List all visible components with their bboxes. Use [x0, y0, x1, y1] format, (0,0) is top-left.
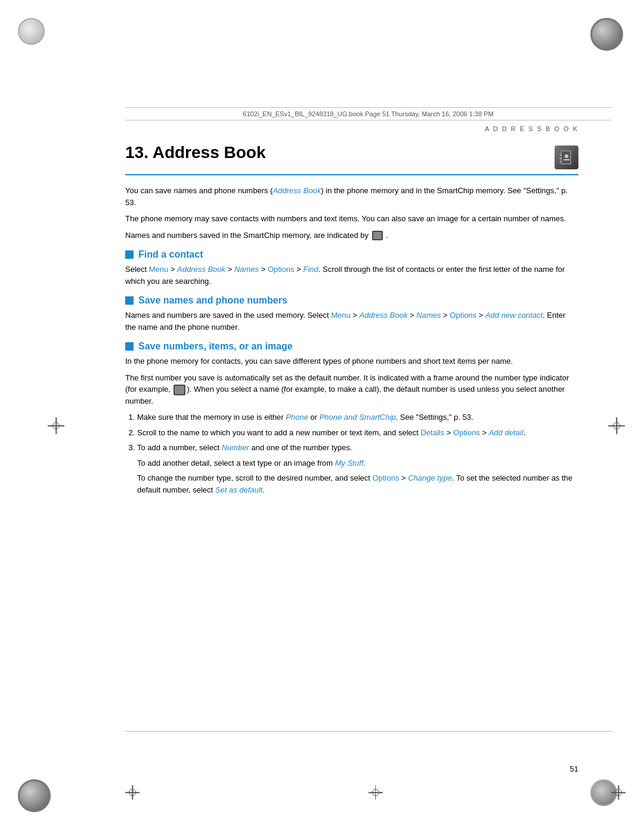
save-names-body: Names and numbers are saved in the used …: [125, 309, 578, 333]
sub-item-1: To add another detail, select a text typ…: [137, 457, 578, 469]
page: 6102i_EN_ESv1_BIL_9248318_UG.book Page 5…: [0, 0, 644, 833]
section-square-icon-3: [125, 342, 134, 351]
menu-link-1: Menu: [149, 265, 169, 274]
section-save-names-heading: Save names and phone numbers: [125, 295, 578, 306]
svg-point-5: [565, 154, 568, 158]
intro-p2: The phone memory may save contacts with …: [125, 213, 578, 225]
svg-rect-6: [564, 159, 569, 160]
number-link: Number: [222, 443, 249, 452]
corner-decoration-tr: [590, 18, 626, 54]
address-book-link-1: Address Book: [273, 186, 321, 195]
menu-link-2: Menu: [331, 311, 351, 320]
names-link-1: Names: [234, 265, 259, 274]
names-link-2: Names: [416, 311, 441, 320]
add-new-contact-link: Add new contact: [485, 311, 543, 320]
phone-indicator-icon: [174, 385, 185, 395]
bottom-rule: [125, 731, 611, 732]
options-link-3: Options: [453, 428, 480, 437]
svg-rect-2: [559, 154, 562, 156]
options-link-1: Options: [268, 265, 295, 274]
svg-rect-3: [559, 157, 562, 159]
smartchip-icon: [372, 231, 383, 240]
sub-item-2: To change the number type, scroll to the…: [137, 472, 578, 496]
set-as-default-link: Set as default: [215, 485, 263, 494]
section-save-numbers-heading: Save numbers, items, or an image: [125, 341, 578, 352]
corner-decoration-bl: [18, 779, 54, 815]
add-detail-link: Add detail: [489, 428, 524, 437]
address-book-link-3: Address Book: [360, 311, 408, 320]
address-book-link-2: Address Book: [177, 265, 225, 274]
file-info-text: 6102i_EN_ESv1_BIL_9248318_UG.book Page 5…: [243, 110, 493, 117]
options-link-4: Options: [373, 473, 400, 482]
change-type-link: Change type: [408, 473, 452, 482]
section-find-contact-title: Find a contact: [138, 249, 203, 260]
running-header: A d d r e s s B o o k: [485, 125, 578, 132]
header-file-info: 6102i_EN_ESv1_BIL_9248318_UG.book Page 5…: [125, 107, 611, 120]
list-item-2: Scroll to the name to which you want to …: [137, 427, 578, 439]
main-content: 13. Address Book You can save names and …: [125, 143, 578, 738]
section-save-names-title: Save names and phone numbers: [138, 295, 287, 306]
list-item-3: To add a number, select Number and one o…: [137, 442, 578, 454]
find-link: Find: [304, 265, 318, 274]
phone-smartchip-link: Phone and SmartChip: [320, 413, 396, 422]
my-stuff-link: My Stuff: [335, 459, 364, 467]
svg-rect-4: [559, 161, 562, 163]
details-link: Details: [420, 428, 444, 437]
chapter-title: 13. Address Book: [125, 143, 265, 162]
save-numbers-p2: The first number you save is automatical…: [125, 372, 578, 407]
section-find-contact-heading: Find a contact: [125, 249, 578, 260]
intro-p1: You can save names and phone numbers (Ad…: [125, 185, 578, 208]
intro-p3: Names and numbers saved in the SmartChip…: [125, 230, 578, 241]
phone-link: Phone: [286, 413, 308, 422]
address-book-icon: [555, 145, 578, 169]
corner-decoration-tl: [18, 18, 54, 54]
page-number: 51: [570, 764, 578, 773]
section-square-icon: [125, 250, 134, 259]
options-link-2: Options: [450, 311, 476, 320]
save-numbers-p1: In the phone memory for contacts, you ca…: [125, 355, 578, 367]
find-contact-body: Select Menu > Address Book > Names > Opt…: [125, 264, 578, 287]
section-square-icon-2: [125, 296, 134, 305]
section-save-numbers-title: Save numbers, items, or an image: [138, 341, 293, 352]
chapter-heading: 13. Address Book: [125, 143, 578, 175]
save-numbers-list: Make sure that the memory in use is eith…: [137, 411, 578, 454]
list-item-1: Make sure that the memory in use is eith…: [137, 411, 578, 423]
